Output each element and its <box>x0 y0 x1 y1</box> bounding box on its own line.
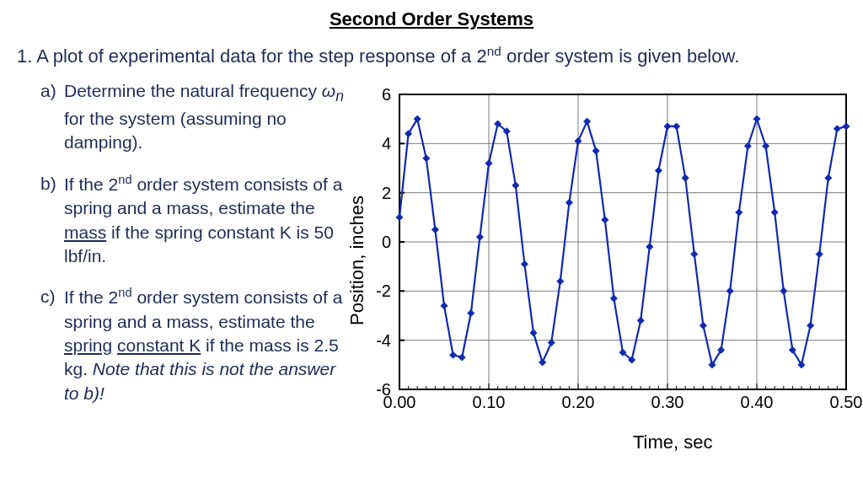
part-c-pre: If the 2 <box>64 287 118 307</box>
part-b-pre: If the 2 <box>64 174 118 194</box>
ytick-4: 4 <box>366 134 391 153</box>
part-a-post: for the system (assuming no damping). <box>64 109 287 152</box>
page-title: Second Order Systems <box>17 8 846 30</box>
part-b-letter: b) <box>40 172 64 268</box>
xtick-3: 0.30 <box>651 393 684 412</box>
xtick-5: 0.50 <box>830 393 863 412</box>
part-a-pre: Determine the natural frequency <box>64 81 322 100</box>
chart-container: Position, inches Time, sec 6 4 2 0 -2 -4… <box>351 79 846 467</box>
ytick-6: 6 <box>366 85 391 105</box>
question-intro: 1. A plot of experimental data for the s… <box>17 44 846 67</box>
y-axis-label: Position, inches <box>346 196 368 325</box>
xtick-1: 0.10 <box>473 393 506 412</box>
part-c-text: If the 2nd order system consists of a sp… <box>64 285 344 405</box>
intro-post: order system is given below. <box>501 46 739 67</box>
part-a-letter: a) <box>40 79 64 155</box>
ytick-n4: -4 <box>366 331 391 351</box>
part-b-mass: mass <box>64 223 106 242</box>
omega-symbol: ω <box>322 81 335 100</box>
ytick-2: 2 <box>366 184 391 203</box>
omega-sub: n <box>335 88 344 105</box>
part-b: b) If the 2nd order system consists of a… <box>40 172 344 268</box>
intro-sup: nd <box>487 44 501 58</box>
part-c-sup: nd <box>118 286 131 299</box>
part-b-text: If the 2nd order system consists of a sp… <box>64 172 344 268</box>
part-b-sup: nd <box>118 173 131 186</box>
part-a: a) Determine the natural frequency ωn fo… <box>40 79 344 155</box>
document-page: Second Order Systems 1. A plot of experi… <box>0 0 863 484</box>
part-c-spring1: spring <box>64 335 112 355</box>
ytick-n2: -2 <box>366 281 391 301</box>
part-c: c) If the 2nd order system consists of a… <box>40 285 344 405</box>
xtick-2: 0.20 <box>562 393 595 412</box>
x-axis-label: Time, sec <box>633 432 713 453</box>
chart-plot <box>399 94 846 389</box>
body-row: a) Determine the natural frequency ωn fo… <box>17 79 846 467</box>
xtick-0: 0.00 <box>383 393 416 412</box>
xtick-4: 0.40 <box>741 393 774 412</box>
part-c-letter: c) <box>40 285 64 405</box>
part-a-text: Determine the natural frequency ωn for t… <box>64 79 344 155</box>
ytick-0: 0 <box>366 233 391 252</box>
intro-pre: 1. A plot of experimental data for the s… <box>17 46 487 67</box>
part-c-note: Note that this is not the answer to b)! <box>64 359 335 402</box>
part-c-spring2: constant K <box>117 335 201 355</box>
question-parts: a) Determine the natural frequency ωn fo… <box>40 79 344 467</box>
